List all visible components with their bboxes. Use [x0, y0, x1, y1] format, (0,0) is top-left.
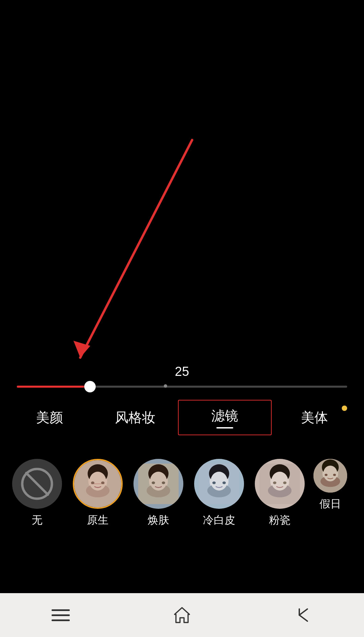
filter-radiant-thumb [133, 459, 183, 509]
filter-none-thumb [12, 459, 62, 509]
svg-point-25 [222, 481, 226, 484]
svg-point-24 [212, 481, 216, 484]
tab-active-indicator [216, 427, 233, 428]
svg-point-11 [101, 481, 104, 484]
filter-none[interactable]: 无 [10, 459, 64, 528]
slider-value: 25 [17, 364, 347, 379]
slider-area: 25 [0, 364, 364, 401]
svg-point-38 [325, 474, 327, 476]
tab-makeup[interactable]: 风格妆 [92, 401, 178, 434]
svg-point-32 [283, 481, 286, 484]
svg-point-10 [91, 481, 94, 484]
back-button[interactable] [286, 605, 320, 625]
filter-row: 无 原生 [0, 452, 364, 534]
filter-radiant[interactable]: 焕肤 [131, 459, 185, 528]
filter-cool-white-thumb [194, 459, 244, 509]
svg-point-18 [162, 481, 165, 484]
back-icon [293, 605, 313, 625]
svg-point-39 [333, 474, 336, 476]
home-icon [172, 605, 192, 625]
slider-center-dot [164, 384, 167, 388]
filter-original-thumb [73, 459, 123, 509]
tab-body-dot [342, 406, 347, 411]
slider-fill [17, 386, 90, 388]
filter-cool-white[interactable]: 冷白皮 [192, 459, 246, 528]
svg-line-3 [26, 473, 48, 495]
intensity-slider[interactable] [17, 386, 347, 388]
filter-porcelain[interactable]: 粉瓷 [253, 459, 307, 528]
filter-original[interactable]: 原生 [71, 459, 125, 528]
home-button[interactable] [165, 605, 199, 625]
slider-thumb[interactable] [84, 381, 96, 392]
tab-bar: 美颜 风格妆 滤镜 美体 [0, 400, 364, 435]
tab-body[interactable]: 美体 [272, 401, 357, 434]
filter-fake-day-thumb [313, 459, 347, 493]
menu-icon [52, 609, 70, 621]
filter-fake-day[interactable]: 假日 [313, 459, 347, 511]
filter-porcelain-thumb [255, 459, 305, 509]
bottom-nav [0, 593, 364, 637]
tab-beauty[interactable]: 美颜 [7, 401, 92, 434]
tab-filter[interactable]: 滤镜 [178, 400, 272, 435]
camera-preview [0, 0, 364, 371]
no-filter-icon [20, 467, 54, 501]
svg-point-17 [152, 481, 155, 484]
menu-button[interactable] [44, 605, 78, 625]
svg-point-31 [273, 481, 276, 484]
